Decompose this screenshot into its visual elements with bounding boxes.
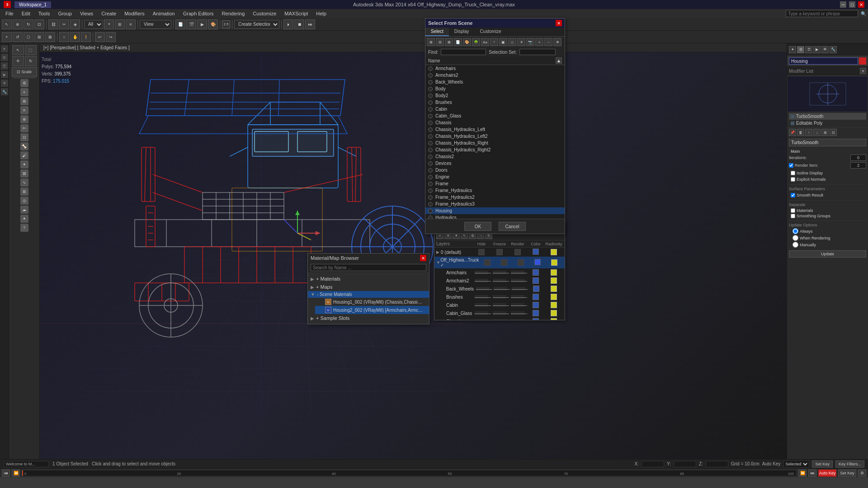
ld-layer-truck[interactable]: ▼ Off_Highwa...Truck ✓ — [434, 257, 565, 268]
freeze-btn-truck[interactable] — [501, 259, 507, 266]
paint-deform[interactable]: 🖌 — [20, 151, 28, 160]
scale-tool[interactable]: ⊡ — [34, 19, 44, 29]
child-radiosity-btn[interactable] — [551, 310, 557, 316]
spacing-tool[interactable]: ⊢ — [20, 124, 28, 132]
undo-btn[interactable]: ↩ — [95, 32, 105, 42]
edit-poly-tools[interactable]: ✦ — [20, 160, 28, 169]
child-radiosity-btn[interactable] — [551, 318, 557, 320]
menu-maxscript[interactable]: MAXScript — [281, 10, 311, 17]
walk-tool[interactable]: 🚶 — [81, 32, 91, 42]
workspace-tab[interactable]: Workspace_1 — [14, 1, 51, 8]
sfs-close-button[interactable]: ✕ — [556, 20, 562, 26]
snap-tool[interactable]: ⌖ — [104, 19, 114, 29]
ld-layer-0-render[interactable] — [509, 249, 527, 255]
sfs-tool-display-subtree[interactable]: 🌳 — [472, 38, 480, 46]
coord-x-field[interactable] — [642, 461, 664, 467]
coord-z-field[interactable] — [706, 461, 728, 467]
zoom-extents[interactable]: ⬡ — [24, 32, 33, 42]
effects[interactable]: ✦ — [20, 215, 28, 223]
sfs-tool-spacewarps[interactable]: ~ — [544, 38, 552, 46]
mb-mat-item-housing1[interactable]: M Housing1_002 (VRayMtl) (Chassis,Chassi… — [315, 298, 429, 306]
pan-tool[interactable]: ✋ — [70, 32, 80, 42]
ld-child-radiosity[interactable] — [545, 318, 563, 320]
child-radiosity-btn[interactable] — [551, 294, 557, 300]
sfs-item-engine[interactable]: Engine — [425, 174, 565, 180]
when-rendering-radio[interactable] — [793, 235, 798, 241]
child-color-swatch[interactable] — [533, 318, 539, 320]
mb-section-materials[interactable]: ▶ + Materials — [308, 275, 429, 283]
select-object-tool[interactable]: ↖ — [12, 45, 24, 55]
child-color-swatch[interactable] — [533, 277, 539, 284]
move-tool[interactable]: ⊕ — [13, 19, 23, 29]
mirror-tool[interactable]: ⊞ — [115, 19, 125, 29]
sfs-item-frame-hydraulics3[interactable]: Frame_Hydraulics3 — [425, 201, 565, 207]
command-panel-motion[interactable]: ▶ — [1, 71, 8, 78]
link-tool[interactable]: ⛓ — [48, 19, 58, 29]
select-region-tool[interactable]: ⬚ — [25, 45, 37, 55]
modifier-color-swatch[interactable] — [859, 57, 866, 65]
zoom-region[interactable]: ⊠ — [45, 32, 55, 42]
child-radiosity-btn[interactable] — [551, 269, 557, 276]
ld-child-radiosity[interactable] — [545, 310, 563, 316]
sfs-item-frame-hydraulics[interactable]: Frame_Hydraulics — [425, 187, 565, 194]
ld-child-chassis[interactable]: Chassis ———— ———— ———— — [434, 317, 565, 320]
sfs-item-chassis-hydraulics-left[interactable]: Chassis_Hydraulics_Left — [425, 126, 565, 133]
sfs-tool-pattern[interactable]: * — [490, 38, 498, 46]
ld-child-radiosity[interactable] — [545, 286, 563, 292]
radiosity-btn-truck[interactable] — [551, 259, 557, 266]
freeze-btn-0[interactable] — [496, 249, 503, 255]
ld-child-color[interactable] — [527, 310, 545, 316]
mb-search-input[interactable] — [311, 264, 426, 271]
filter-dropdown[interactable]: All — [84, 20, 103, 29]
ld-layer-0-radiosity[interactable] — [545, 249, 563, 255]
set-key-btn2[interactable]: Set Key — [838, 469, 856, 477]
ld-truck-hide[interactable] — [479, 259, 495, 266]
radiosity-btn-0[interactable] — [551, 249, 557, 255]
move-up-icon[interactable]: ↑ — [805, 129, 812, 136]
ld-child-color[interactable] — [527, 277, 545, 284]
sfs-item-frame[interactable]: Frame — [425, 180, 565, 187]
sfs-tool-geometry[interactable]: ▣ — [499, 38, 507, 46]
render-btn-0[interactable] — [514, 249, 521, 255]
ld-expand-default[interactable]: ▶ — [436, 250, 441, 254]
sfs-item-chassis[interactable]: Chassis — [425, 119, 565, 126]
modifier-item-turbsmooth[interactable]: TurboSmooth — [789, 113, 866, 120]
menu-graph-editors[interactable]: Graph Editors — [179, 10, 217, 17]
smoothing-groups-checkbox[interactable] — [791, 214, 795, 218]
modifier-list-dropdown[interactable]: ▼ — [860, 68, 866, 74]
menu-file[interactable]: File — [2, 10, 17, 17]
menu-modifiers[interactable]: Modifiers — [121, 10, 148, 17]
sfs-tool-lights[interactable]: ☀ — [517, 38, 525, 46]
clone-render[interactable]: ⊡ — [20, 133, 28, 141]
rp-tab-display[interactable]: 👁 — [821, 46, 829, 53]
modifier-item-epoly[interactable]: Editable Poly — [789, 120, 866, 127]
render-btn-truck[interactable] — [518, 259, 524, 266]
menu-edit[interactable]: Edit — [18, 10, 34, 17]
color-swatch-truck[interactable] — [534, 259, 541, 265]
show-end-icon[interactable]: ⊞ — [821, 129, 829, 136]
update-button[interactable]: Update — [789, 250, 866, 258]
delete-mod-icon[interactable]: 🗑 — [797, 129, 804, 136]
ld-layer-0-freeze[interactable] — [491, 249, 509, 255]
menu-tools[interactable]: Tools — [35, 10, 54, 17]
sfs-item-chassis-hydraulics-left2[interactable]: Chassis_Hydraulics_Left2 — [425, 133, 565, 140]
ld-child-color[interactable] — [527, 302, 545, 308]
mb-close-button[interactable]: ✕ — [420, 255, 426, 261]
sfs-tab-select[interactable]: Select — [425, 28, 449, 36]
stop-btn[interactable]: ⏹ — [294, 19, 304, 29]
sfs-item-doors[interactable]: Doors — [425, 167, 565, 174]
help[interactable]: ? — [20, 224, 28, 232]
show-result-icon[interactable]: ⊡ — [830, 129, 837, 136]
rotate-tool3[interactable]: ↻ — [25, 56, 37, 66]
search-input[interactable] — [786, 10, 858, 17]
sfs-tool-select-by-color[interactable]: 🎨 — [463, 38, 471, 46]
sfs-item-chassis-hydraulics-right2[interactable]: Chassis_Hydraulics_Right2 — [425, 146, 565, 153]
rotate-tool[interactable]: ↻ — [24, 19, 33, 29]
modifier-name-field[interactable]: Housing — [789, 57, 858, 65]
isoline-checkbox[interactable] — [791, 171, 795, 175]
rotate-tool2[interactable]: ↺ — [13, 32, 23, 42]
ld-child-brushes[interactable]: Brushes ———— ———— ———— — [434, 293, 565, 301]
ld-expand-truck[interactable]: ▼ — [436, 260, 440, 265]
menu-help[interactable]: Help — [312, 10, 330, 17]
child-color-swatch[interactable] — [533, 302, 539, 308]
